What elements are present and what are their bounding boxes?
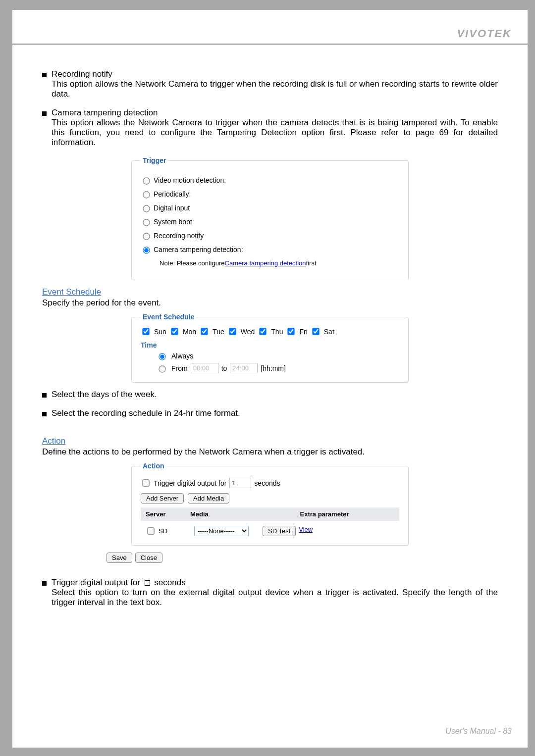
add-server-button[interactable]: Add Server	[141, 493, 184, 504]
day-label: Sun	[154, 328, 166, 336]
col-server: Server	[146, 510, 190, 518]
col-extra: Extra parameter	[255, 510, 394, 518]
action-table-row: SD -----None----- SD Test View	[141, 524, 399, 538]
dout-suffix: seconds	[254, 479, 280, 487]
trigger-radio[interactable]	[143, 177, 150, 184]
day-checkbox[interactable]	[201, 328, 208, 335]
time-always-radio[interactable]	[159, 353, 165, 360]
trigger-option: Recording notify	[141, 232, 399, 240]
day-checkbox[interactable]	[229, 328, 236, 335]
trigger-option: Periodically:	[141, 190, 399, 198]
bullet-icon	[42, 111, 47, 116]
trigger-note-prefix: Note: Please configure	[160, 259, 225, 267]
action-heading: Action	[42, 436, 498, 446]
bullet-icon	[42, 393, 47, 398]
day-label: Sat	[324, 328, 334, 336]
media-select[interactable]: -----None-----	[194, 526, 249, 536]
bullet-icon	[42, 581, 47, 586]
day-checkbox[interactable]	[312, 328, 319, 335]
brand-name: VIVOTEK	[457, 27, 512, 40]
dout-checkbox[interactable]	[142, 479, 149, 486]
day-label: Thu	[271, 328, 283, 336]
trigger-option-label: Digital input	[154, 204, 190, 212]
action-desc: Define the actions to be performed by th…	[42, 447, 498, 457]
recording-notify-title: Recording notify	[52, 69, 112, 79]
trigger-option-label: Video motion detection:	[154, 176, 226, 184]
time-from-label: From	[171, 364, 188, 372]
brand-bar: VIVOTEK	[12, 27, 528, 45]
sd-test-button[interactable]: SD Test	[263, 526, 296, 536]
dout-prefix: Trigger digital output for	[154, 479, 226, 487]
day-label: Mon	[183, 328, 196, 336]
add-buttons-row: Add Server Add Media	[141, 493, 399, 504]
dout-bullet: Trigger digital output for seconds Selec…	[42, 578, 498, 607]
sd-checkbox[interactable]	[147, 527, 154, 534]
time-format-label: [hh:mm]	[261, 364, 286, 372]
trigger-option: System boot	[141, 218, 399, 226]
document-page: VIVOTEK Recording notify This option all…	[12, 10, 528, 748]
action-legend: Action	[141, 462, 166, 470]
trigger-option-label: Camera tampering detection:	[154, 246, 243, 253]
trigger-radio[interactable]	[143, 219, 150, 226]
dout-bullet-body: Select this option to turn on the extern…	[52, 588, 498, 607]
time-to-input[interactable]	[230, 363, 258, 373]
add-media-button[interactable]: Add Media	[188, 493, 229, 504]
recording-notify-block: Recording notify This option allows the …	[42, 69, 498, 99]
bullet-icon	[42, 73, 47, 77]
dout-row: Trigger digital output for seconds	[141, 478, 399, 488]
trigger-option-label: Recording notify	[154, 232, 204, 240]
dout-bullet-title-suffix: seconds	[152, 578, 186, 587]
action-panel: Action Trigger digital output for second…	[131, 462, 409, 546]
schedule-bullet-2: Select the recording schedule in 24-hr t…	[42, 408, 498, 418]
day-checkbox[interactable]	[288, 328, 295, 335]
day-checkbox[interactable]	[260, 328, 267, 335]
recording-notify-body: This option allows the Network Camera to…	[52, 79, 498, 99]
time-from-row: From to [hh:mm]	[157, 363, 399, 373]
trigger-radio[interactable]	[143, 247, 150, 253]
event-schedule-legend: Event Schedule	[141, 313, 196, 321]
trigger-note: Note: Please configure Camera tampering …	[160, 259, 399, 267]
trigger-option: Video motion detection:	[141, 176, 399, 184]
days-row: SunMonTueWedThuFriSat	[141, 327, 399, 336]
time-label: Time	[141, 341, 399, 349]
trigger-radio[interactable]	[143, 233, 150, 240]
bullet-icon	[42, 412, 47, 416]
empty-box-icon	[145, 580, 150, 586]
tampering-title: Camera tampering detection	[52, 108, 158, 117]
trigger-option: Camera tampering detection:	[141, 246, 399, 253]
day-checkbox[interactable]	[171, 328, 178, 335]
event-schedule-desc: Specify the period for the event.	[42, 298, 498, 308]
event-schedule-heading: Event Schedule	[42, 287, 498, 297]
event-schedule-panel: Event Schedule SunMonTueWedThuFriSat Tim…	[131, 313, 409, 383]
trigger-option: Digital input	[141, 204, 399, 212]
trigger-note-suffix: first	[306, 259, 317, 267]
page-footer: User's Manual - 83	[445, 727, 512, 736]
time-from-radio[interactable]	[159, 365, 165, 372]
schedule-bullet-1: Select the days of the week.	[42, 390, 498, 400]
trigger-legend: Trigger	[141, 156, 168, 164]
day-label: Tue	[213, 328, 224, 336]
trigger-option-label: Periodically:	[154, 190, 191, 198]
day-label: Wed	[241, 328, 255, 336]
tampering-block: Camera tampering detection This option a…	[42, 108, 498, 148]
view-link[interactable]: View	[299, 526, 313, 536]
dout-seconds-input[interactable]	[229, 478, 251, 488]
trigger-note-link[interactable]: Camera tampering detection	[225, 259, 306, 267]
col-media: Media	[190, 510, 255, 518]
day-checkbox[interactable]	[142, 328, 149, 335]
sd-label: SD	[159, 527, 167, 535]
save-close-row: Save Close	[107, 553, 498, 563]
time-always-row: Always	[157, 352, 399, 360]
trigger-radio[interactable]	[143, 191, 150, 198]
action-table-head: Server Media Extra parameter	[141, 507, 399, 521]
time-from-input[interactable]	[191, 363, 218, 373]
time-always-label: Always	[171, 352, 193, 360]
trigger-radio[interactable]	[143, 205, 150, 212]
save-button[interactable]: Save	[107, 553, 132, 563]
trigger-panel: Trigger Video motion detection:Periodica…	[131, 156, 409, 280]
tampering-body: This option allows the Network Camera to…	[52, 118, 498, 147]
page-content: Recording notify This option allows the …	[12, 45, 528, 636]
dout-bullet-title-prefix: Trigger digital output for	[52, 578, 143, 587]
trigger-option-label: System boot	[154, 218, 192, 226]
close-button[interactable]: Close	[135, 553, 162, 563]
